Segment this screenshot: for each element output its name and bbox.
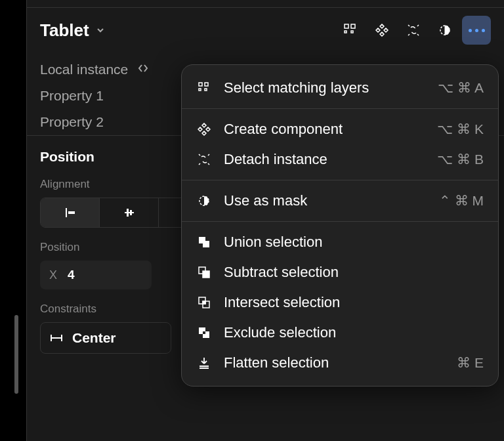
- menu-label: Subtract selection: [224, 264, 484, 281]
- svg-rect-16: [205, 89, 207, 91]
- svg-rect-9: [130, 210, 132, 215]
- subtract-icon: [196, 264, 212, 280]
- menu-detach-instance[interactable]: Detach instance ⌥ ⌘ B: [182, 144, 498, 175]
- menu-subtract-selection[interactable]: Subtract selection: [182, 257, 498, 287]
- exclude-icon: [196, 325, 212, 341]
- svg-rect-13: [199, 83, 202, 86]
- svg-rect-3: [351, 31, 353, 33]
- menu-shortcut: ⌥ ⌘ K: [437, 121, 484, 137]
- property-label: Property 1: [40, 88, 104, 104]
- instance-label: Local instance: [40, 62, 128, 77]
- menu-label: Detach instance: [224, 151, 425, 168]
- align-vertical-center-button[interactable]: [100, 198, 159, 227]
- menu-select-matching-layers[interactable]: Select matching layers ⌥ ⌘ A: [182, 73, 498, 103]
- menu-label: Use as mask: [224, 192, 427, 209]
- detach-instance-icon[interactable]: [399, 16, 428, 45]
- align-left-button[interactable]: [41, 198, 100, 227]
- x-label: X: [49, 268, 57, 282]
- menu-label: Intersect selection: [224, 294, 484, 311]
- svg-rect-14: [205, 83, 208, 86]
- x-position-input[interactable]: X 4: [40, 261, 152, 289]
- menu-shortcut: ⌥ ⌘ A: [438, 80, 484, 96]
- menu-shortcut: ⌘ E: [457, 355, 484, 371]
- svg-rect-19: [203, 271, 209, 278]
- svg-rect-8: [127, 209, 129, 217]
- svg-rect-1: [351, 24, 355, 28]
- menu-separator: [182, 180, 498, 180]
- instance-swap-icon[interactable]: [137, 62, 149, 77]
- menu-flatten-selection[interactable]: Flatten selection ⌘ E: [182, 348, 498, 378]
- constraint-dropdown[interactable]: Center: [40, 322, 171, 354]
- select-matching-icon: [196, 80, 212, 96]
- menu-separator: [182, 221, 498, 222]
- menu-label: Exclude selection: [224, 324, 484, 341]
- svg-rect-6: [68, 211, 75, 214]
- svg-rect-0: [345, 24, 348, 28]
- constraint-value: Center: [72, 330, 116, 346]
- menu-union-selection[interactable]: Union selection: [182, 227, 498, 257]
- x-value: 4: [68, 268, 75, 282]
- constraint-horizontal-icon: [50, 333, 63, 343]
- use-as-mask-icon[interactable]: [430, 16, 459, 45]
- menu-create-component[interactable]: Create component ⌥ ⌘ K: [182, 114, 498, 144]
- detach-icon: [196, 152, 212, 167]
- union-icon: [196, 234, 212, 250]
- menu-intersect-selection[interactable]: Intersect selection: [182, 287, 498, 318]
- intersect-icon: [196, 295, 212, 310]
- menu-label: Create component: [224, 121, 425, 138]
- svg-rect-15: [199, 89, 201, 91]
- menu-exclude-selection[interactable]: Exclude selection: [182, 318, 498, 348]
- menu-label: Flatten selection: [224, 354, 445, 371]
- chevron-down-icon[interactable]: [96, 26, 105, 35]
- mask-icon: [196, 193, 212, 209]
- component-icon: [196, 121, 212, 137]
- create-component-icon[interactable]: [368, 16, 396, 45]
- more-options-button[interactable]: [462, 16, 491, 45]
- menu-use-as-mask[interactable]: Use as mask ⌃ ⌘ M: [182, 186, 498, 216]
- panel-header: Tablet: [27, 8, 504, 56]
- svg-rect-22: [203, 301, 205, 304]
- flatten-icon: [196, 355, 212, 371]
- component-title: Tablet: [40, 20, 89, 41]
- ellipsis-icon: [469, 29, 485, 32]
- context-menu: Select matching layers ⌥ ⌘ A Create comp…: [181, 64, 499, 387]
- scroll-indicator[interactable]: [14, 315, 18, 394]
- menu-label: Union selection: [224, 234, 484, 251]
- menu-separator: [182, 108, 498, 109]
- menu-shortcut: ⌃ ⌘ M: [439, 193, 484, 209]
- svg-rect-2: [345, 31, 346, 33]
- property-label: Property 2: [40, 114, 104, 130]
- menu-shortcut: ⌥ ⌘ B: [437, 152, 484, 167]
- panel-top-border: [27, 0, 504, 8]
- menu-label: Select matching layers: [224, 79, 426, 96]
- select-matching-icon[interactable]: [336, 16, 365, 45]
